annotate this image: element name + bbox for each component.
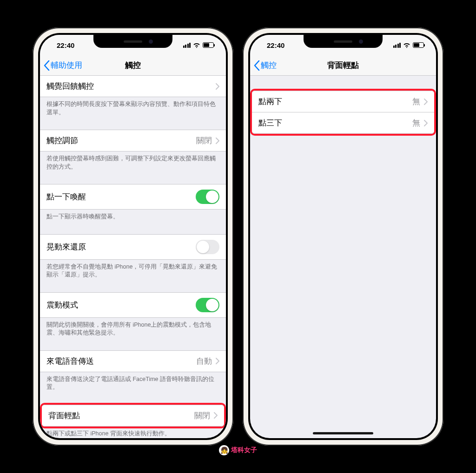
phone-screen: 22:40 輔助使用 觸控 觸覺回饋觸控 (40, 35, 226, 438)
cell-label: 震動模式 (46, 300, 78, 310)
settings-group: 震動模式 (40, 292, 226, 318)
cell-label: 觸控調節 (46, 135, 78, 146)
status-icons (393, 42, 424, 48)
cellular-signal-icon (393, 43, 401, 48)
settings-content[interactable]: 點兩下 無 點三下 無 (250, 76, 436, 438)
chevron-right-icon (424, 120, 428, 126)
vibration-cell[interactable]: 震動模式 (40, 292, 226, 318)
status-time: 22:40 (57, 41, 74, 49)
shake-to-undo-toggle[interactable] (196, 240, 219, 254)
cell-label: 點三下 (258, 118, 282, 128)
cell-label: 點一下喚醒 (46, 191, 86, 202)
status-time: 22:40 (267, 41, 284, 49)
phone-notch (93, 35, 172, 48)
phone-notch (304, 35, 383, 48)
wifi-icon (193, 42, 200, 48)
group-footer: 點一下顯示器時喚醒螢幕。 (40, 210, 226, 221)
notch-camera (149, 39, 153, 44)
settings-content[interactable]: 觸覺回饋觸控 根據不同的時間長度按下螢幕來顯示內容預覽、動作和項目特色選單。 觸… (40, 76, 226, 438)
back-tap-options-group-highlighted: 點兩下 無 點三下 無 (252, 91, 434, 134)
back-button[interactable]: 輔助使用 (44, 60, 82, 71)
cell-label: 來電語音傳送 (46, 356, 94, 367)
group-footer: 若使用觸控螢幕時感到困難，可調整下列設定來更改螢幕回應觸控的方式。 (40, 151, 226, 171)
group-footer: 關閉此切換開關後，會停用所有 iPhone上的震動模式，包含地震、海嘯和其他緊急… (40, 318, 226, 337)
chevron-right-icon (216, 358, 219, 364)
settings-group: 晃動來還原 (40, 234, 226, 260)
notch-camera (359, 39, 363, 44)
vibration-toggle[interactable] (196, 298, 219, 312)
back-label: 觸控 (261, 60, 277, 71)
haptic-touch-cell[interactable]: 觸覺回饋觸控 (40, 76, 226, 97)
notch-speaker (334, 40, 352, 43)
shake-to-undo-cell[interactable]: 晃動來還原 (40, 234, 226, 260)
chevron-left-icon (254, 60, 260, 71)
back-tap-group-highlighted: 背面輕點 關閉 (42, 405, 224, 427)
back-label: 輔助使用 (51, 60, 82, 71)
battery-icon (413, 42, 424, 48)
back-button[interactable]: 觸控 (254, 60, 277, 71)
wifi-icon (403, 42, 410, 48)
tap-to-wake-cell[interactable]: 點一下喚醒 (40, 184, 226, 210)
cell-value: 無 (412, 96, 420, 107)
phone-mockup-right: 22:40 觸控 背面輕點 點兩下 無 (243, 27, 443, 446)
triple-tap-cell[interactable]: 點三下 無 (252, 112, 434, 134)
nav-bar: 輔助使用 觸控 (40, 55, 226, 76)
cell-label: 點兩下 (258, 96, 282, 107)
chevron-right-icon (216, 138, 219, 144)
call-audio-routing-cell[interactable]: 來電語音傳送 自動 (40, 350, 226, 372)
settings-group: 觸覺回饋觸控 (40, 76, 226, 97)
phone-mockup-left: 22:40 輔助使用 觸控 觸覺回饋觸控 (33, 27, 233, 446)
cell-value: 關閉 (196, 135, 212, 146)
chevron-left-icon (44, 60, 50, 71)
settings-group: 觸控調節 關閉 (40, 130, 226, 151)
watermark-text: 塔科女子 (231, 446, 257, 454)
phone-screen: 22:40 觸控 背面輕點 點兩下 無 (250, 35, 436, 438)
phone-bezel: 22:40 觸控 背面輕點 點兩下 無 (248, 33, 438, 440)
watermark-icon: 👧 (219, 445, 229, 455)
back-tap-cell[interactable]: 背面輕點 關閉 (42, 405, 224, 427)
cell-label: 晃動來還原 (46, 242, 86, 252)
settings-group: 點一下喚醒 (40, 184, 226, 210)
cell-label: 背面輕點 (48, 410, 80, 421)
cell-value: 自動 (196, 356, 212, 367)
group-footer: 根據不同的時間長度按下螢幕來顯示內容預覽、動作和項目特色選單。 (40, 97, 226, 117)
cell-value: 無 (412, 118, 420, 128)
touch-accommodations-cell[interactable]: 觸控調節 關閉 (40, 130, 226, 151)
group-footer: 若您經常會不自覺地晃動 iPhone，可停用「晃動來還原」來避免顯示「還原」提示… (40, 260, 226, 279)
tap-to-wake-toggle[interactable] (196, 190, 219, 204)
nav-title: 觸控 (125, 60, 141, 71)
settings-group: 來電語音傳送 自動 (40, 350, 226, 372)
battery-icon (203, 42, 214, 48)
group-footer: 點兩下或點三下 iPhone 背面來快速執行動作。 (40, 427, 226, 438)
phone-bezel: 22:40 輔助使用 觸控 觸覺回饋觸控 (38, 33, 228, 440)
home-indicator[interactable] (313, 432, 373, 434)
cellular-signal-icon (183, 43, 191, 48)
chevron-right-icon (216, 83, 219, 90)
watermark: 👧 塔科女子 (219, 445, 257, 455)
nav-title: 背面輕點 (327, 60, 359, 71)
group-footer: 來電語音傳送決定了電話通話或 FaceTime 語音時聆聽音訊的位置。 (40, 372, 226, 392)
cell-value: 關閉 (194, 410, 210, 421)
status-icons (183, 42, 214, 48)
chevron-right-icon (424, 99, 428, 105)
double-tap-cell[interactable]: 點兩下 無 (252, 91, 434, 112)
chevron-right-icon (214, 412, 218, 419)
cell-label: 觸覺回饋觸控 (46, 81, 94, 92)
notch-speaker (124, 40, 142, 43)
nav-bar: 觸控 背面輕點 (250, 55, 436, 76)
